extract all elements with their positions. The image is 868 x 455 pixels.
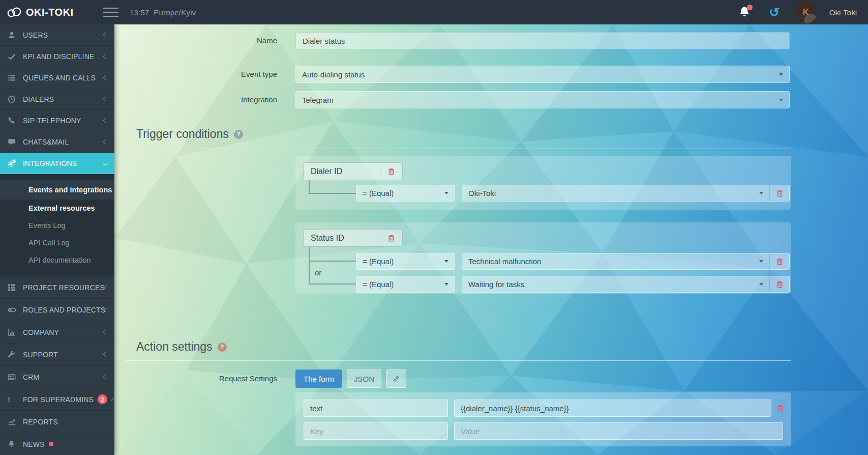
sidebar-item-company[interactable]: COMPANY [0, 321, 114, 344]
sidebar-item-users[interactable]: USERS [0, 24, 114, 46]
sidebar-item-crm[interactable]: CRM [0, 366, 114, 388]
chevron-left-icon [103, 118, 108, 123]
condition-value-select[interactable]: Waiting for tasks [462, 276, 790, 293]
condition-value-select[interactable]: Technical malfunction [462, 253, 790, 270]
submenu-item-api-documentation[interactable]: API documentation [0, 251, 114, 269]
chevron-left-icon [103, 75, 108, 80]
trash-icon [388, 168, 395, 175]
cloud-logo-icon [6, 6, 22, 18]
sidebar-item-reports[interactable]: REPORTS [0, 411, 114, 433]
integration-value: Telegram [302, 96, 779, 104]
main-content: Name Event type Auto-dialing status Inte… [114, 24, 868, 455]
sidebar-item-project-resources[interactable]: PROJECT RESOURCES [0, 276, 114, 299]
bell-icon [8, 440, 17, 448]
event-type-label: Event type [114, 66, 277, 83]
sidebar-item-label: CRM [23, 373, 39, 381]
action-settings-heading: Action settings ? [136, 340, 227, 354]
delete-condition-button[interactable] [380, 163, 402, 180]
sidebar-item-support[interactable]: SUPPORT [0, 344, 114, 366]
param-key-input-empty[interactable] [304, 422, 448, 440]
sidebar-item-label: INTEGRATIONS [23, 159, 77, 167]
tab-json[interactable]: JSON [347, 369, 381, 388]
submenu-item-external-resources[interactable]: External resources [0, 200, 114, 217]
sidebar-item-integrations[interactable]: INTEGRATIONS [0, 153, 114, 174]
condition-field-pill[interactable]: Dialer ID [303, 162, 403, 180]
sidebar-item-label: DIALERS [23, 95, 54, 103]
sidebar-item-kpi[interactable]: KPI AND DISCIPLINE [0, 46, 114, 67]
avatar[interactable]: K [795, 1, 817, 23]
param-value-input[interactable] [454, 400, 771, 417]
chevron-left-icon [103, 139, 108, 145]
param-key-input[interactable] [304, 400, 448, 417]
condition-value: Technical malfunction [468, 257, 759, 266]
trigger-conditions-heading: Trigger conditions ? [136, 127, 243, 141]
delete-value-button[interactable] [770, 185, 789, 201]
sidebar-item-superadmins[interactable]: ! FOR SUPERADMINS 2 [0, 388, 114, 411]
sidebar-item-queues[interactable]: QUEUES AND CALLS [0, 67, 114, 89]
sidebar-item-chats[interactable]: CHATS&MAIL [0, 131, 114, 153]
submenu-item-api-call-log[interactable]: API Call Log [0, 234, 114, 251]
event-type-row: Event type Auto-dialing status [114, 66, 868, 83]
delete-value-button[interactable] [770, 253, 789, 269]
operator-value: = (Equal) [363, 189, 444, 197]
wrench-icon [8, 351, 17, 359]
sidebar-item-label: SUPPORT [23, 351, 58, 359]
menu-toggle-icon[interactable] [103, 8, 118, 17]
tab-the-form[interactable]: The form [295, 369, 342, 388]
delete-param-button[interactable] [773, 400, 787, 417]
condition-value: Waiting for tasks [468, 280, 759, 289]
sidebar-item-sip[interactable]: SIP-TELEPHONY [0, 110, 114, 131]
delete-condition-button[interactable] [380, 230, 402, 246]
history-icon[interactable]: ↺ [769, 6, 780, 18]
caret-down-icon [444, 192, 448, 194]
name-input[interactable] [295, 32, 790, 49]
operator-select-wrap: = (Equal) [356, 253, 455, 270]
sidebar-item-label: REPORTS [23, 418, 58, 426]
event-type-select[interactable]: Auto-dialing status [295, 66, 790, 83]
link-button[interactable] [386, 369, 406, 388]
notifications-bell-icon[interactable] [738, 6, 752, 19]
operator-select[interactable]: = (Equal) [356, 253, 455, 270]
sidebar-item-roles[interactable]: ROLES AND PROJECTS [0, 299, 114, 321]
request-params-card [295, 392, 791, 446]
sidebar-item-label: COMPANY [23, 328, 59, 336]
connector-line [309, 283, 356, 285]
sidebar: USERS KPI AND DISCIPLINE QUEUES AND CALL… [0, 24, 114, 455]
integration-row: Integration Telegram [114, 91, 868, 108]
operator-select[interactable]: = (Equal) [356, 185, 455, 202]
chevron-left-icon [111, 398, 114, 401]
submenu-item-events-and-integrations[interactable]: Events and integrations [0, 180, 114, 200]
delete-value-button[interactable] [770, 276, 789, 292]
topbar: OKI-TOKI 13:57 Europe/Kyiv ↺ K Oki-Toki [0, 0, 868, 24]
event-type-value: Auto-dialing status [302, 70, 779, 79]
chevron-left-icon [103, 33, 108, 38]
operator-select[interactable]: = (Equal) [356, 276, 455, 293]
list-icon [8, 74, 17, 82]
integrations-submenu: Events and integrations External resourc… [0, 174, 114, 276]
superadmins-badge: 2 [98, 394, 107, 404]
integration-select[interactable]: Telegram [295, 91, 790, 108]
app-logo[interactable]: OKI-TOKI [0, 0, 114, 24]
account-name[interactable]: Oki-Toki [829, 8, 857, 17]
topbar-right: ↺ K Oki-Toki [738, 1, 868, 23]
trash-icon [776, 281, 783, 288]
heading-text: Trigger conditions [136, 127, 229, 141]
trash-icon [777, 405, 784, 412]
submenu-item-events-log[interactable]: Events Log [0, 217, 114, 234]
condition-value-select[interactable]: Oki-Toki [462, 185, 790, 202]
caret-down-icon [779, 73, 783, 76]
help-icon[interactable]: ? [234, 130, 243, 139]
help-icon[interactable]: ? [218, 343, 227, 352]
logo-text: OKI-TOKI [26, 7, 74, 18]
condition-group-status-id: Status ID or = (Equal) Technical malfunc… [295, 222, 791, 294]
param-value-input-empty[interactable] [454, 422, 783, 440]
toggle-icon [8, 306, 17, 314]
sidebar-item-news[interactable]: NEWS [0, 433, 114, 455]
sidebar-item-label: QUEUES AND CALLS [23, 74, 96, 82]
chevron-down-icon [103, 161, 108, 166]
condition-field-name: Status ID [304, 230, 380, 246]
condition-field-pill[interactable]: Status ID [303, 229, 403, 247]
operator-value: = (Equal) [363, 280, 444, 289]
sidebar-item-dialers[interactable]: DIALERS [0, 89, 114, 110]
connector-line [309, 247, 310, 285]
